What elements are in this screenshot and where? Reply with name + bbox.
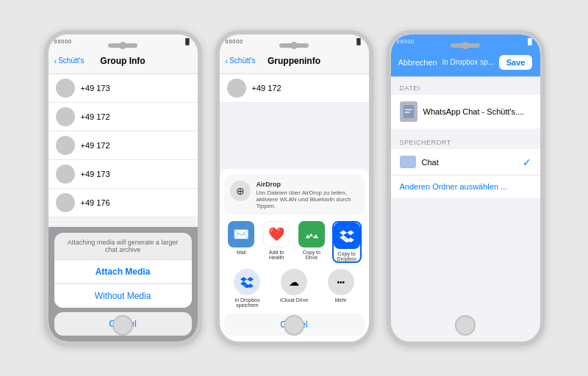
avatar-3 (56, 136, 75, 155)
nav-bar-2: ‹ Schütt's Gruppeninfo (220, 48, 369, 74)
bg-contact-number: +49 172 (252, 84, 282, 93)
contact-number-1: +49 173 (81, 84, 110, 93)
carrier-1: 00000 (54, 39, 72, 44)
back-button-1[interactable]: ‹ Schütt's (54, 57, 85, 65)
choose-folder-row[interactable]: Anderen Ordner auswählen ... (391, 176, 540, 198)
cancel-button-3[interactable]: Abbrechen (398, 58, 437, 67)
speaker-2 (279, 43, 309, 48)
nav-title-1: Group Info (100, 56, 145, 66)
icloud-label: iCloud Drive (280, 297, 308, 303)
battery-2: ▐▌ (354, 38, 362, 45)
back-label-2: Schütt's (229, 57, 255, 65)
avatar-2 (56, 107, 75, 126)
health-label: Add to Health (262, 250, 291, 260)
carrier-2: 00000 (226, 39, 243, 44)
airdrop-desc: Um Dateien über AirDrop zu teilen, aktiv… (257, 189, 359, 209)
home-button-1[interactable] (112, 315, 133, 336)
speicherort-section: Chat ✓ Anderen Ordner auswählen ... (391, 149, 540, 198)
avatar-5 (56, 193, 75, 212)
folder-icon (400, 156, 416, 168)
dropbox-label: Copy to Dropbox (334, 251, 360, 261)
speicherort-section-header: SPEICHERORT (391, 139, 540, 149)
airdrop-box: ⊕ AirDrop Um Dateien über AirDrop zu tei… (224, 175, 365, 215)
content-2: +49 172 ⊕ AirDrop Um Dateien über AirDro… (220, 74, 369, 341)
icloud-icon: ☁ (281, 269, 307, 295)
airdrop-title: AirDrop (257, 181, 359, 188)
share-app-mail[interactable]: ✉️ Mail (226, 221, 256, 263)
phone-1: 00000 ▐▌ ‹ Schütt's Group Info +49 173 +… (44, 30, 202, 346)
mail-icon: ✉️ (228, 221, 254, 247)
share-apps-row: ✉️ Mail ❤️ Add to Health Copy to Drive (224, 221, 365, 263)
nav-title-2: Gruppeninfo (268, 56, 320, 66)
nav-bar-1: ‹ Schütt's Group Info (49, 48, 198, 74)
health-icon: ❤️ (263, 221, 290, 247)
chat-row[interactable]: Chat ✓ (391, 149, 540, 176)
more-icon: ••• (328, 269, 354, 295)
share-app-health[interactable]: ❤️ Add to Health (262, 221, 291, 263)
airdrop-icon: ⊕ (230, 181, 251, 201)
checkmark-icon: ✓ (523, 156, 531, 168)
save-button[interactable]: Save (499, 55, 533, 70)
speaker-1 (108, 43, 137, 48)
avatar-4 (56, 164, 75, 184)
save-header: Abbrechen In Dropbox sp... Save (391, 48, 540, 77)
save-dialog-title: In Dropbox sp... (442, 58, 494, 66)
bg-avatar (227, 79, 246, 98)
contact-item-4[interactable]: +49 173 (49, 160, 198, 189)
drive-label: Copy to Drive (297, 250, 326, 260)
share-app-dropbox[interactable]: Copy to Dropbox (332, 221, 362, 263)
alert-box-1: Attaching media will generate a larger c… (54, 233, 192, 308)
contact-number-2: +49 172 (81, 112, 110, 121)
bg-contact: +49 172 (220, 74, 369, 103)
bg-contact-item: +49 172 (220, 74, 369, 103)
action-icloud[interactable]: ☁ iCloud Drive (279, 269, 309, 308)
datei-section-header: DATEI (391, 84, 540, 95)
battery-3: ▐▌ (526, 38, 534, 45)
back-button-2[interactable]: ‹ Schütt's (226, 57, 256, 65)
contact-item-1[interactable]: +49 173 (49, 74, 198, 103)
chevron-left-icon-2: ‹ (226, 57, 229, 65)
chevron-left-icon-1: ‹ (54, 57, 57, 65)
phone-3: 00000 ▐▌ Abbrechen In Dropbox sp... Save… (387, 30, 545, 346)
action-dropbox-save[interactable]: In Dropbox speichern (232, 269, 262, 308)
phone-2: 00000 ▐▌ ‹ Schütt's Gruppeninfo +49 172 (215, 30, 373, 346)
home-button-2[interactable] (284, 315, 304, 336)
file-name: WhatsApp Chat - Schütt's.... (423, 107, 531, 116)
attach-media-button[interactable]: Attach Media (54, 260, 192, 284)
contact-list-1: +49 173 +49 172 +49 172 +49 173 +49 176 (49, 74, 198, 217)
back-label-1: Schütt's (58, 57, 84, 65)
file-icon (400, 101, 417, 122)
dropbox-save-icon (234, 269, 260, 295)
svg-rect-2 (404, 112, 409, 113)
without-media-button[interactable]: Without Media (54, 284, 192, 308)
home-button-3[interactable] (455, 315, 476, 336)
share-actions-row: In Dropbox speichern ☁ iCloud Drive ••• … (224, 269, 365, 308)
contact-number-4: +49 173 (81, 170, 110, 178)
speaker-3 (451, 43, 480, 48)
content-1: +49 173 +49 172 +49 172 +49 173 +49 176 (49, 74, 198, 341)
contact-number-5: +49 176 (81, 198, 110, 207)
share-app-drive[interactable]: Copy to Drive (297, 221, 326, 263)
datei-section: WhatsApp Chat - Schütt's.... (391, 95, 540, 129)
save-content: DATEI WhatsApp Chat - Schütt's.... SPEIC… (391, 77, 540, 341)
contact-item-3[interactable]: +49 172 (49, 131, 198, 160)
more-label: Mehr (335, 297, 347, 303)
avatar-1 (56, 79, 75, 98)
dropbox-save-label: In Dropbox speichern (232, 297, 262, 308)
action-more[interactable]: ••• Mehr (326, 269, 356, 308)
svg-rect-1 (404, 109, 412, 110)
alert-message-1: Attaching media will generate a larger c… (54, 233, 192, 260)
contact-item-2[interactable]: +49 172 (49, 103, 198, 131)
contact-item-5[interactable]: +49 176 (49, 189, 198, 217)
contact-number-3: +49 172 (81, 141, 110, 150)
carrier-3: 00000 (397, 39, 415, 44)
battery-1: ▐▌ (183, 38, 191, 45)
choose-folder-link[interactable]: Anderen Ordner auswählen ... (400, 182, 508, 191)
mail-label: Mail (237, 250, 246, 255)
drive-icon (298, 221, 325, 247)
chat-label: Chat (422, 158, 517, 167)
file-row: WhatsApp Chat - Schütt's.... (391, 95, 540, 129)
dropbox-icon (334, 223, 360, 249)
